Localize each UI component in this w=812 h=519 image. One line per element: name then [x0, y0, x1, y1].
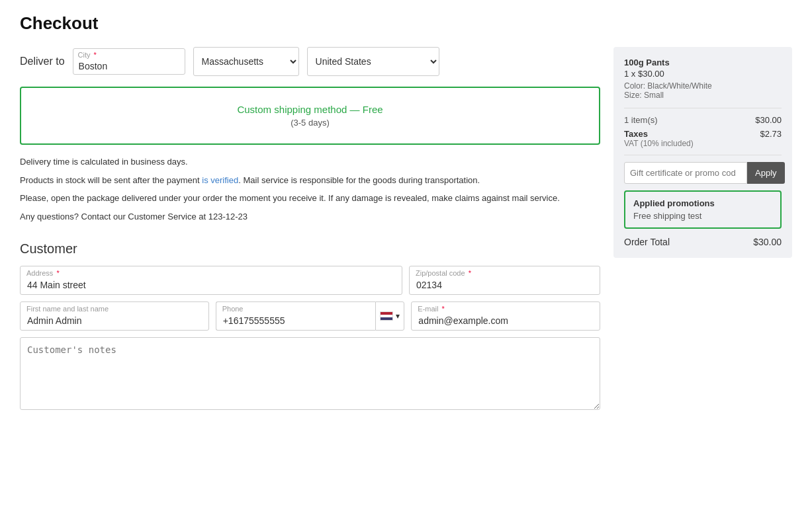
address-field: Address * — [20, 266, 402, 295]
promo-input[interactable] — [624, 162, 747, 184]
email-field: E-mail * — [411, 301, 600, 331]
items-label: 1 item(s) — [624, 115, 658, 125]
notes-textarea[interactable] — [20, 337, 600, 410]
notes-row — [20, 337, 600, 412]
address-label: Address * — [26, 269, 60, 277]
shipping-method-days: (3-5 days) — [37, 118, 583, 128]
customer-section: Customer Address * Zip/postal code * — [20, 241, 600, 412]
dropdown-chevron: ▾ — [396, 311, 400, 321]
order-total-label: Order Total — [624, 237, 670, 247]
product-color: Color: Black/White/White — [624, 81, 782, 91]
zip-label: Zip/postal code * — [416, 269, 471, 277]
page-title: Checkout — [20, 13, 792, 34]
order-total-amount: $30.00 — [753, 237, 782, 247]
state-select[interactable]: Massachusetts California New York Texas — [193, 47, 299, 76]
country-select[interactable]: United States Canada United Kingdom Germ… — [307, 47, 439, 76]
phone-wrapper: Phone ▾ — [216, 301, 405, 331]
order-total-row: Order Total $30.00 — [624, 237, 782, 247]
taxes-line: Taxes VAT (10% included) $2.73 — [624, 129, 782, 148]
order-summary-panel: 100g Pants 1 x $30.00 Color: Black/White… — [613, 47, 792, 258]
customer-section-title: Customer — [20, 241, 600, 257]
fullname-label: First name and last name — [26, 305, 109, 313]
address-zip-row: Address * Zip/postal code * — [20, 266, 600, 295]
city-field-wrapper: City * — [73, 48, 185, 75]
taxes-label: Taxes VAT (10% included) — [624, 129, 694, 148]
promo-apply-button[interactable]: Apply — [747, 162, 785, 184]
info-text-1: Delivery time is calculated in business … — [20, 155, 600, 169]
divider-1 — [624, 108, 782, 108]
applied-promotions-title: Applied promotions — [633, 198, 772, 208]
left-panel: Deliver to City * Massachusetts Californ… — [20, 47, 600, 419]
items-amount: $30.00 — [755, 115, 782, 125]
fullname-field: First name and last name — [20, 301, 209, 331]
applied-promotions-item: Free shipping test — [633, 211, 772, 221]
product-name: 100g Pants — [624, 58, 782, 67]
divider-2 — [624, 155, 782, 155]
taxes-amount: $2.73 — [760, 129, 782, 148]
deliver-to-section: Deliver to City * Massachusetts Californ… — [20, 47, 600, 76]
info-text-4: Any questions? Contact our Customer Serv… — [20, 210, 600, 223]
product-price-line: 1 x $30.00 — [624, 69, 782, 79]
phone-label: Phone — [222, 305, 244, 313]
name-phone-email-row: First name and last name Phone ▾ E-mail … — [20, 301, 600, 331]
product-size: Size: Small — [624, 91, 782, 100]
notes-field — [20, 337, 600, 412]
zip-field: Zip/postal code * — [409, 266, 600, 295]
flag-icon — [380, 311, 393, 321]
email-label: E-mail * — [418, 305, 445, 313]
product-details: Color: Black/White/White Size: Small — [624, 81, 782, 100]
applied-promotions-box: Applied promotions Free shipping test — [624, 190, 782, 229]
phone-flag-dropdown[interactable]: ▾ — [375, 301, 404, 331]
city-label: City * — [78, 51, 97, 59]
deliver-to-label: Deliver to — [20, 56, 65, 67]
info-text-3: Please, open the package delivered under… — [20, 192, 600, 205]
info-text-2: Products in stock will be sent after the… — [20, 174, 600, 187]
shipping-method-name: Custom shipping method — Free — [37, 104, 583, 115]
items-line: 1 item(s) $30.00 — [624, 115, 782, 125]
shipping-method-box[interactable]: Custom shipping method — Free (3-5 days) — [20, 87, 600, 145]
promo-wrapper: Apply — [624, 162, 782, 184]
address-input[interactable] — [20, 266, 402, 295]
